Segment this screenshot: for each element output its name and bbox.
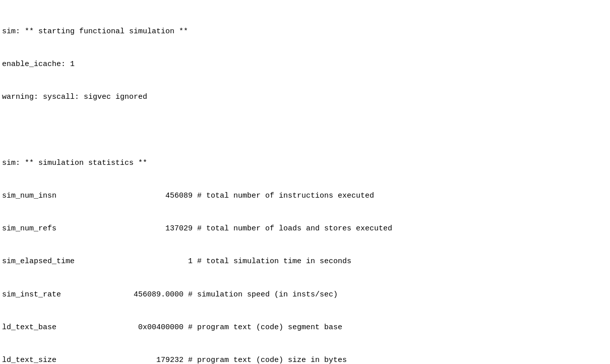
line-empty-1 [2, 125, 608, 136]
line-1: sim: ** starting functional simulation *… [2, 26, 608, 37]
line-10: ld_text_size 179232 # program text (code… [2, 355, 608, 364]
line-8: sim_inst_rate 456089.0000 # simulation s… [2, 289, 608, 300]
line-4: sim: ** simulation statistics ** [2, 158, 608, 169]
terminal-output: sim: ** starting functional simulation *… [2, 4, 608, 364]
line-6: sim_num_refs 137029 # total number of lo… [2, 223, 608, 234]
line-7: sim_elapsed_time 1 # total simulation ti… [2, 256, 608, 267]
line-9: ld_text_base 0x00400000 # program text (… [2, 322, 608, 333]
line-5: sim_num_insn 456089 # total number of in… [2, 191, 608, 202]
line-3: warning: syscall: sigvec ignored [2, 92, 608, 103]
line-2: enable_icache: 1 [2, 59, 608, 70]
